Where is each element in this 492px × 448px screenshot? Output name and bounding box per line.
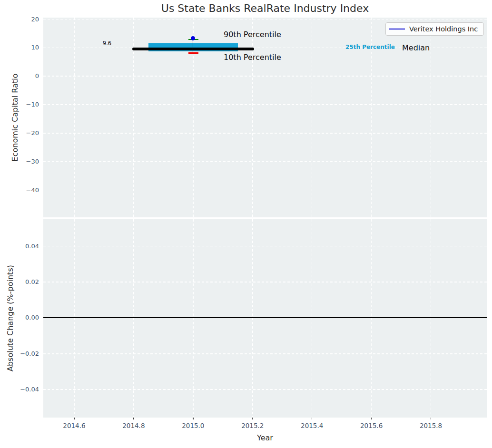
y-tick-label: −40: [10, 186, 39, 194]
legend: Veritex Holdings Inc: [385, 22, 484, 36]
gridline-v: [252, 219, 253, 418]
figure: Us State Banks RealRate Industry Index 2…: [0, 0, 492, 448]
gridline-v: [431, 219, 432, 418]
gridline-h: [43, 353, 487, 354]
x-tick-label: 2015.2: [236, 422, 269, 429]
gridline-v: [133, 219, 134, 418]
y-tick-label: 0.04: [10, 243, 39, 250]
gridline-v: [371, 219, 372, 418]
annotation-25th-percentile: 25th Percentile: [345, 44, 395, 50]
x-tick-label: 2015.6: [355, 422, 388, 429]
gridline-h: [43, 282, 487, 282]
x-tick-mark: [252, 418, 253, 419]
gridline-h: [43, 161, 487, 162]
x-axis-label: Year: [43, 433, 487, 442]
x-tick-mark: [193, 418, 193, 419]
chart-title: Us State Banks RealRate Industry Index: [43, 2, 487, 14]
x-tick-mark: [312, 418, 312, 419]
gridline-v: [312, 219, 313, 418]
annotation-median: Median: [402, 43, 430, 52]
x-tick-mark: [74, 418, 74, 419]
gridline-h: [43, 246, 487, 247]
x-tick-label: 2014.6: [58, 422, 91, 429]
x-tick-label: 2015.4: [295, 422, 329, 429]
x-tick-mark: [431, 418, 431, 419]
y-tick-label: −0.04: [10, 386, 39, 393]
gridline-h: [43, 190, 487, 191]
annotation-median-value: 9.6: [98, 40, 116, 47]
gridline-v: [193, 219, 194, 418]
y-tick-label: 20: [10, 16, 39, 23]
legend-label: Veritex Holdings Inc: [409, 25, 478, 33]
gridline-h: [43, 19, 487, 20]
bottom-plot-area: [43, 219, 487, 418]
y-axis-label-top: Economic Capital Ratio: [10, 74, 20, 162]
x-tick-label: 2014.8: [117, 422, 150, 429]
y-axis-label-bottom: Absolute Change (%-points): [6, 265, 15, 371]
y-tick-label: 10: [10, 44, 39, 51]
x-tick-mark: [133, 418, 134, 419]
p10-cap: [188, 52, 198, 54]
gridline-h: [43, 389, 487, 390]
x-tick-label: 2015.0: [177, 422, 210, 429]
annotation-10th-percentile: 10th Percentile: [224, 53, 281, 62]
annotation-90th-percentile: 90th Percentile: [224, 30, 281, 39]
zero-line: [43, 317, 487, 318]
gridline-h: [43, 104, 487, 105]
gridline-v: [74, 219, 75, 418]
x-tick-label: 2015.8: [414, 422, 448, 429]
gridline-h: [43, 133, 487, 134]
whisker-stem: [193, 39, 193, 53]
gridline-h: [43, 76, 487, 77]
x-tick-mark: [371, 418, 372, 419]
legend-line-sample: [389, 29, 405, 30]
